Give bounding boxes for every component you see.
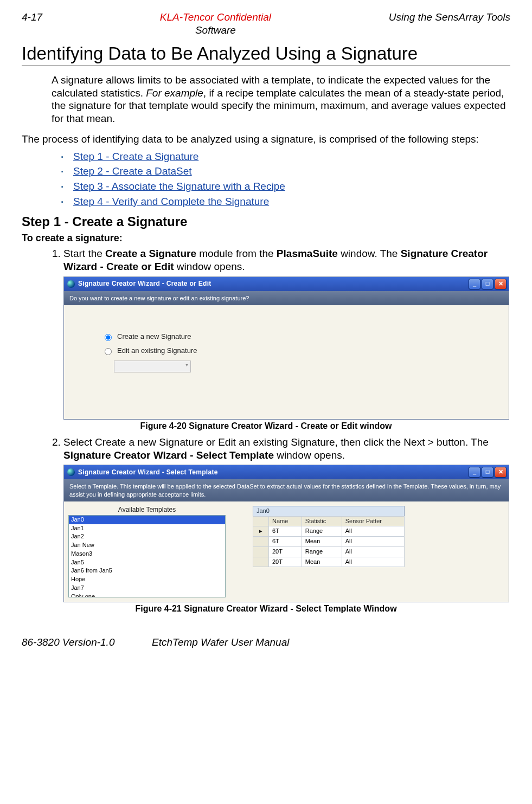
doc-id: 86-3820 Version-1.0 (22, 636, 152, 649)
list-item[interactable]: Mason3 (69, 550, 225, 558)
minimize-button[interactable]: _ (469, 467, 480, 478)
grid-title: Jan0 (253, 506, 405, 516)
existing-signature-combo[interactable] (114, 361, 191, 372)
step-link-3[interactable]: Step 3 - Associate the Signature with a … (73, 181, 285, 192)
radio-edit-existing-label: Edit an existing Signature (117, 346, 197, 355)
list-item[interactable]: Jan5 (69, 558, 225, 567)
templates-panel: Available Templates Jan0 Jan1 Jan2 Jan N… (68, 506, 226, 597)
table-row[interactable]: ▸ 6T Range All (253, 526, 405, 537)
col-name: Name (269, 516, 302, 526)
titlebar: Signature Creator Wizard - Select Templa… (64, 465, 509, 479)
list-item[interactable]: Jan0 (69, 516, 225, 524)
app-icon (67, 280, 75, 288)
wizard-window-create-edit: Signature Creator Wizard - Create or Edi… (63, 276, 509, 420)
window-title: Signature Creator Wizard - Select Templa… (78, 468, 467, 477)
app-icon (67, 468, 75, 476)
col-statistic: Statistic (302, 516, 342, 526)
list-item[interactable]: Jan6 from Jan5 (69, 567, 225, 575)
section-title: Using the SensArray Tools (389, 11, 510, 37)
col-marker (253, 516, 269, 526)
templates-label: Available Templates (68, 506, 226, 514)
table-row[interactable]: 20T Range All (253, 546, 405, 557)
minimize-button[interactable]: _ (469, 279, 480, 290)
step-link-1[interactable]: Step 1 - Create a Signature (73, 151, 198, 162)
list-item[interactable]: Jan New (69, 541, 225, 550)
template-grid-panel: Jan0 Name Statistic Sensor Patter ▸ 6T R… (253, 506, 405, 568)
intro1-example: For example (146, 87, 203, 99)
info-bar: Do you want to create a new signature or… (64, 291, 509, 305)
step1-heading: Step 1 - Create a Signature (22, 214, 510, 230)
titlebar: Signature Creator Wizard - Create or Edi… (64, 277, 509, 291)
info-bar: Select a Template. This template will be… (64, 479, 509, 501)
step-link-4[interactable]: Step 4 - Verify and Complete the Signatu… (73, 196, 269, 207)
table-row[interactable]: 6T Mean All (253, 537, 405, 547)
list-item[interactable]: Jan2 (69, 532, 225, 541)
col-sensor: Sensor Patter (342, 516, 404, 526)
close-button[interactable]: ✕ (495, 279, 507, 290)
list-item[interactable]: Only one (69, 593, 225, 597)
procedure-item-1: Start the Create a Signature module from… (63, 247, 510, 273)
list-item[interactable]: Jan7 (69, 584, 225, 593)
page-footer: 86-3820 Version-1.0 EtchTemp Wafer User … (22, 636, 510, 649)
figure-caption-2: Figure 4-21 Signature Creator Wizard - S… (22, 603, 510, 614)
step1-subheading: To create a signature: (22, 232, 510, 245)
intro-paragraph-1: A signature allows limits to be associat… (52, 74, 510, 125)
template-grid: Name Statistic Sensor Patter ▸ 6T Range … (253, 516, 405, 568)
radio-create-new[interactable] (105, 334, 112, 341)
window-title: Signature Creator Wizard - Create or Edi… (78, 280, 467, 288)
procedure-item-2: Select Create a new Signature or Edit an… (63, 436, 510, 462)
manual-name: EtchTemp Wafer User Manual (152, 636, 289, 649)
procedure-list: Start the Create a Signature module from… (52, 247, 510, 273)
confidential-label: KLA-Tencor Confidential (42, 11, 389, 24)
list-item[interactable]: Hope (69, 575, 225, 584)
maximize-button[interactable]: □ (482, 279, 493, 290)
steps-list: Step 1 - Create a Signature Step 2 - Cre… (22, 150, 510, 208)
page-header: 4-17 KLA-Tencor Confidential Software Us… (22, 11, 510, 37)
close-button[interactable]: ✕ (495, 467, 507, 478)
table-row[interactable]: 20T Mean All (253, 557, 405, 567)
radio-create-new-label: Create a new Signature (117, 332, 191, 341)
maximize-button[interactable]: □ (482, 467, 493, 478)
wizard-window-select-template: Signature Creator Wizard - Select Templa… (63, 465, 509, 602)
page-number: 4-17 (22, 11, 42, 37)
step-link-2[interactable]: Step 2 - Create a DataSet (73, 165, 192, 177)
figure-caption-1: Figure 4-20 Signature Creator Wizard - C… (22, 421, 510, 432)
radio-edit-existing[interactable] (105, 348, 112, 355)
list-item[interactable]: Jan1 (69, 524, 225, 533)
software-label: Software (42, 24, 389, 37)
page-title: Identifying Data to Be Analyzed Using a … (22, 42, 510, 66)
templates-listbox[interactable]: Jan0 Jan1 Jan2 Jan New Mason3 Jan5 Jan6 … (68, 515, 226, 597)
procedure-list-cont: Select Create a new Signature or Edit an… (52, 436, 510, 462)
intro-paragraph-2: The process of identifying data to be an… (22, 133, 510, 146)
